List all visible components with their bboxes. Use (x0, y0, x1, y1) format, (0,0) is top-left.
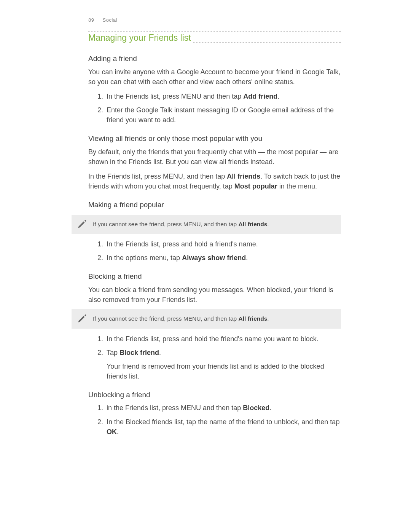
bold-text: Always show friend (182, 254, 246, 262)
subsection-blocking: Blocking a friend You can block a friend… (88, 271, 341, 381)
text: In the Blocked friends list, tap the nam… (107, 418, 339, 426)
adding-steps: In the Friends list, press MENU and then… (88, 91, 341, 125)
text: in the menu. (277, 182, 317, 190)
divider-bottom (193, 42, 341, 43)
subsection-adding: Adding a friend You can invite anyone wi… (88, 53, 341, 125)
subsection-making: Making a friend popular If you cannot se… (88, 200, 341, 263)
list-item: In the Friends list, press and hold the … (105, 334, 341, 344)
list-item: Tap Block friend. Your friend is removed… (105, 348, 341, 381)
bold-text: Most popular (234, 182, 277, 190)
unblocking-steps: in the Friends list, press MENU and then… (88, 403, 341, 436)
text: In the Friends list, press MENU and then… (107, 93, 243, 100)
text: Tap (107, 349, 119, 356)
blocking-after: Your friend is removed from your friends… (107, 361, 341, 381)
text: . (267, 221, 269, 227)
list-item: In the Blocked friends list, tap the nam… (105, 417, 341, 437)
bold-text: All friends (227, 173, 260, 180)
heading-adding: Adding a friend (88, 53, 341, 64)
bold-text: All friends (239, 315, 268, 322)
text: in the Friends list, press MENU and then… (107, 404, 243, 412)
heading-making: Making a friend popular (88, 200, 341, 210)
list-item: In the options menu, tap Always show fri… (105, 253, 341, 263)
subsection-unblocking: Unblocking a friend in the Friends list,… (88, 390, 341, 437)
list-item: in the Friends list, press MENU and then… (105, 403, 341, 413)
page-number: 89 (88, 17, 94, 24)
text: In the options menu, tap (107, 254, 182, 262)
text: . (267, 315, 269, 322)
subsection-viewing: Viewing all friends or only those most p… (88, 133, 341, 191)
text: If you cannot see the friend, press MENU… (93, 221, 239, 227)
viewing-p1: By default, only the friends that you fr… (88, 147, 341, 167)
text: . (277, 93, 279, 100)
heading-unblocking: Unblocking a friend (88, 390, 341, 400)
chapter-name: Social (103, 17, 117, 23)
pencil-icon (77, 313, 88, 324)
note-box: If you cannot see the friend, press MENU… (72, 309, 341, 328)
blocking-steps: In the Friends list, press and hold the … (88, 334, 341, 381)
pencil-icon (77, 219, 88, 229)
making-steps: In the Friends list, press and hold a fr… (88, 239, 341, 263)
bold-text: All friends (239, 221, 268, 227)
heading-viewing: Viewing all friends or only those most p… (88, 133, 341, 144)
text: . (159, 349, 161, 356)
page-header: 89 Social (88, 17, 341, 24)
bold-text: Block friend (119, 349, 159, 356)
text: If you cannot see the friend, press MENU… (93, 315, 239, 322)
section-title-block: Managing your Friends list (88, 31, 341, 45)
bold-text: OK (107, 428, 117, 436)
text: . (246, 254, 248, 262)
viewing-p2: In the Friends list, press MENU, and the… (88, 171, 341, 191)
document-page: 89 Social Managing your Friends list Add… (0, 0, 411, 532)
text: . (117, 428, 119, 436)
heading-blocking: Blocking a friend (88, 271, 341, 282)
section-title: Managing your Friends list (88, 32, 191, 45)
bold-text: Blocked (243, 404, 269, 412)
list-item: In the Friends list, press and hold a fr… (105, 239, 341, 249)
blocking-intro: You can block a friend from sending you … (88, 285, 341, 305)
text: . (269, 404, 271, 412)
note-box: If you cannot see the friend, press MENU… (72, 215, 341, 234)
bold-text: Add friend (243, 93, 277, 100)
list-item: In the Friends list, press MENU and then… (105, 91, 341, 101)
adding-intro: You can invite anyone with a Google Acco… (88, 67, 341, 87)
list-item: Enter the Google Talk instant messaging … (105, 105, 341, 125)
text: In the Friends list, press MENU, and the… (88, 173, 227, 180)
